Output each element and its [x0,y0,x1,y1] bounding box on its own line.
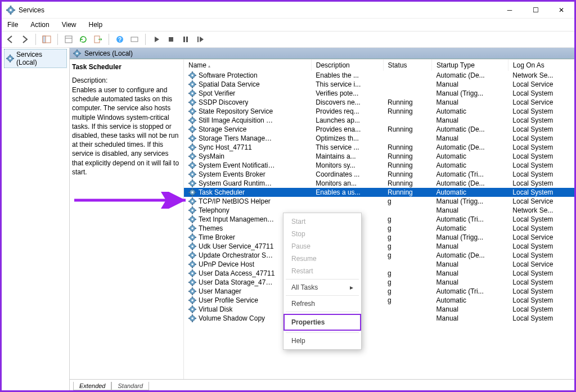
menu-view[interactable]: View [61,21,78,29]
service-row[interactable]: System Event Notification S...Monitors s… [184,161,574,170]
service-logon: Local System [508,125,574,134]
play-button[interactable] [150,33,163,46]
col-header-desc[interactable]: Description [311,60,383,71]
properties-button[interactable] [62,33,75,46]
restart-button[interactable] [194,33,206,46]
stop-button[interactable] [165,33,177,46]
service-row[interactable]: Spot VerifierVerifies pote...Manual (Tri… [184,89,574,98]
detail-desc-label: Description: [72,76,181,84]
service-status: g [383,224,432,233]
service-row[interactable]: Storage ServiceProvides ena...RunningAut… [184,125,574,134]
toolbar-button[interactable] [128,33,141,46]
tab-extended[interactable]: Extended [73,382,111,390]
service-row[interactable]: User Profile ServicegAutomaticLocal Syst… [184,296,574,305]
nav-back-button[interactable] [4,33,16,46]
close-button[interactable]: ✕ [548,2,574,19]
tab-standard[interactable]: Standard [111,382,149,390]
service-row[interactable]: SSDP DiscoveryDiscovers ne...RunningManu… [184,98,574,107]
ctx-all-tasks[interactable]: All Tasks▸ [284,281,361,294]
service-row[interactable]: User ManagergAutomatic (Tri...Local Syst… [184,287,574,296]
service-row[interactable]: Text Input Management Se...gAutomatic (T… [184,215,574,224]
minimize-button[interactable]: ─ [497,2,523,19]
service-startup: Automatic [432,296,508,305]
service-row[interactable]: Update Orchestrator Servi...gAutomatic (… [184,251,574,260]
service-name: SysMain [199,152,224,160]
show-hide-tree-button[interactable] [40,33,53,46]
service-row[interactable]: Virtual DiskProvides ma...ManualLocal Sy… [184,305,574,314]
service-desc: Discovers ne... [311,98,383,107]
gear-icon [188,260,196,268]
service-startup: Manual [432,116,508,125]
ctx-properties[interactable]: Properties [284,314,361,331]
service-name: Software Protection [199,71,258,79]
service-row[interactable]: State Repository ServiceProvides req...R… [184,107,574,116]
ctx-restart[interactable]: Restart [284,265,361,277]
gear-icon [188,224,196,232]
service-row[interactable]: Task SchedulerEnables a us...RunningAuto… [184,188,574,197]
service-desc: Verifies pote... [311,89,383,98]
service-row[interactable]: Sync Host_47711This service ...RunningAu… [184,143,574,152]
menu-file[interactable]: File [6,21,19,29]
ctx-stop[interactable]: Stop [284,228,361,240]
menu-help[interactable]: Help [88,21,104,29]
service-row[interactable]: Spatial Data ServiceThis service i...Man… [184,80,574,89]
service-row[interactable]: Storage Tiers ManagementOptimizes th...M… [184,134,574,143]
service-status: Running [383,161,432,170]
service-row[interactable]: TelephonyManualNetwork Se... [184,206,574,215]
gear-icon [188,161,196,169]
menubar: File Action View Help [2,19,574,31]
service-row[interactable]: System Guard Runtime Mon...Monitors an..… [184,179,574,188]
pause-button[interactable] [179,33,192,46]
service-status [383,260,432,269]
context-menu: Start Stop Pause Resume Restart All Task… [283,213,362,350]
ctx-resume[interactable]: Resume [284,253,361,265]
service-row[interactable]: Still Image Acquisition EventsLaunches a… [184,116,574,125]
service-row[interactable]: TCP/IP NetBIOS HelpergManual (Trigg...Lo… [184,197,574,206]
gear-icon [188,314,196,322]
service-row[interactable]: ThemesgAutomaticLocal System [184,224,574,233]
nav-forward-button[interactable] [19,33,31,46]
export-list-button[interactable] [92,33,104,46]
service-name: Still Image Acquisition Events [199,116,275,124]
service-desc: Enables a us... [311,188,383,197]
service-row[interactable]: Volume Shadow CopyManages an...ManualLoc… [184,314,574,323]
refresh-button[interactable] [77,33,89,46]
gear-icon [188,170,196,178]
service-row[interactable]: User Data Storage_47711gManualLocal Syst… [184,278,574,287]
service-startup: Manual [432,206,508,215]
col-header-startup[interactable]: Startup Type [432,60,508,71]
service-status: Running [383,107,432,116]
col-header-status[interactable]: Status [383,60,432,71]
service-startup: Manual [432,134,508,143]
gear-icon [188,206,196,214]
ctx-help[interactable]: Help [284,335,361,347]
ctx-pause[interactable]: Pause [284,240,361,253]
ctx-start[interactable]: Start [284,215,361,228]
service-status [383,89,432,98]
col-header-logon[interactable]: Log On As [508,60,574,71]
service-status [383,116,432,125]
service-status: Running [383,188,432,197]
gear-icon [188,116,196,124]
service-startup: Automatic [432,161,508,170]
service-row[interactable]: UPnP Device HostManualLocal Service [184,260,574,269]
service-name: TCP/IP NetBIOS Helper [199,197,271,205]
service-name: Task Scheduler [199,188,245,196]
col-header-name[interactable]: Name▴ [184,60,311,71]
service-row[interactable]: System Events BrokerCoordinates ...Runni… [184,170,574,179]
chevron-right-icon: ▸ [350,283,353,291]
help-button[interactable]: ? [114,33,126,46]
service-row[interactable]: Time BrokergManual (Trigg...Local Servic… [184,233,574,242]
service-startup: Manual (Trigg... [432,233,508,242]
ctx-refresh[interactable]: Refresh [284,298,361,310]
service-row[interactable]: Software ProtectionEnables the ...Automa… [184,71,574,80]
maximize-button[interactable]: ☐ [523,2,548,19]
service-row[interactable]: Udk User Service_47711gManualLocal Syste… [184,242,574,251]
service-row[interactable]: SysMainMaintains a...RunningAutomaticLoc… [184,152,574,161]
service-row[interactable]: User Data Access_47711gManualLocal Syste… [184,269,574,278]
nav-item-services-local[interactable]: Services (Local) [4,49,67,68]
svg-rect-8 [65,36,72,43]
menu-action[interactable]: Action [29,21,50,29]
service-startup: Automatic [432,188,508,197]
service-startup: Automatic (De... [432,179,508,188]
